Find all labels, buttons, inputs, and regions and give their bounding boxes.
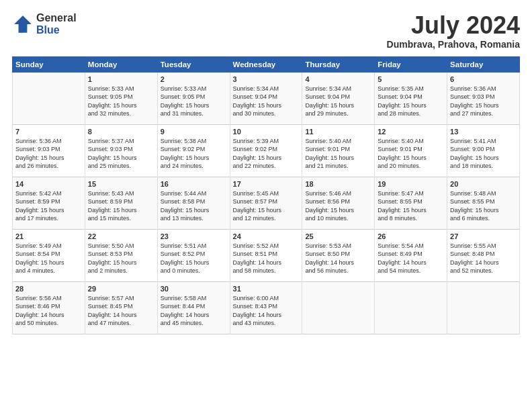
cell-w3-d1: 14Sunrise: 5:42 AM Sunset: 8:59 PM Dayli… <box>13 177 85 229</box>
cell-w5-d4: 31Sunrise: 6:00 AM Sunset: 8:43 PM Dayli… <box>230 281 302 334</box>
cell-w5-d5 <box>302 281 375 334</box>
header-row: Sunday Monday Tuesday Wednesday Thursday… <box>13 56 520 72</box>
cell-info: Sunrise: 5:35 AM Sunset: 9:04 PM Dayligh… <box>378 85 444 118</box>
day-number: 7 <box>15 128 82 136</box>
week-row-2: 7Sunrise: 5:36 AM Sunset: 9:03 PM Daylig… <box>13 124 520 177</box>
cell-w2-d6: 12Sunrise: 5:40 AM Sunset: 9:01 PM Dayli… <box>375 124 447 177</box>
cell-info: Sunrise: 5:42 AM Sunset: 8:59 PM Dayligh… <box>15 189 82 223</box>
cell-info: Sunrise: 5:34 AM Sunset: 9:04 PM Dayligh… <box>305 85 371 118</box>
cell-w1-d4: 3Sunrise: 5:34 AM Sunset: 9:04 PM Daylig… <box>230 72 302 124</box>
cell-info: Sunrise: 5:52 AM Sunset: 8:51 PM Dayligh… <box>233 242 300 275</box>
cell-w5-d2: 29Sunrise: 5:57 AM Sunset: 8:45 PM Dayli… <box>85 281 157 334</box>
day-number: 21 <box>15 232 82 240</box>
cell-w2-d2: 8Sunrise: 5:37 AM Sunset: 9:03 PM Daylig… <box>85 124 157 177</box>
cell-w4-d2: 22Sunrise: 5:50 AM Sunset: 8:53 PM Dayli… <box>85 229 157 281</box>
day-number: 8 <box>88 128 154 136</box>
cell-info: Sunrise: 5:58 AM Sunset: 8:44 PM Dayligh… <box>161 294 227 328</box>
day-number: 10 <box>233 128 300 136</box>
day-number: 11 <box>305 128 371 136</box>
location: Dumbrava, Prahova, Romania <box>387 39 520 50</box>
title-block: July 2024 Dumbrava, Prahova, Romania <box>387 12 520 50</box>
logo-text: General Blue <box>36 12 77 36</box>
cell-info: Sunrise: 5:55 AM Sunset: 8:48 PM Dayligh… <box>450 242 517 275</box>
logo: General Blue <box>12 12 77 36</box>
cell-info: Sunrise: 5:56 AM Sunset: 8:46 PM Dayligh… <box>15 294 82 328</box>
cell-w2-d7: 13Sunrise: 5:41 AM Sunset: 9:00 PM Dayli… <box>447 124 520 177</box>
month-year: July 2024 <box>387 12 520 39</box>
header-wednesday: Wednesday <box>230 56 302 72</box>
day-number: 2 <box>161 75 227 83</box>
day-number: 9 <box>161 128 227 136</box>
week-row-1: 1Sunrise: 5:33 AM Sunset: 9:05 PM Daylig… <box>13 72 520 124</box>
cell-w1-d7: 6Sunrise: 5:36 AM Sunset: 9:03 PM Daylig… <box>447 72 520 124</box>
calendar-header: Sunday Monday Tuesday Wednesday Thursday… <box>13 56 520 72</box>
cell-info: Sunrise: 5:41 AM Sunset: 9:00 PM Dayligh… <box>450 137 517 171</box>
day-number: 24 <box>233 232 300 240</box>
cell-info: Sunrise: 5:43 AM Sunset: 8:59 PM Dayligh… <box>88 189 154 223</box>
day-number: 18 <box>305 180 371 188</box>
cell-info: Sunrise: 5:40 AM Sunset: 9:01 PM Dayligh… <box>378 137 444 171</box>
cell-info: Sunrise: 5:37 AM Sunset: 9:03 PM Dayligh… <box>88 137 154 171</box>
cell-w5-d3: 30Sunrise: 5:58 AM Sunset: 8:44 PM Dayli… <box>157 281 230 334</box>
day-number: 30 <box>161 285 227 293</box>
cell-w5-d6 <box>375 281 447 334</box>
cell-w1-d3: 2Sunrise: 5:33 AM Sunset: 9:05 PM Daylig… <box>157 72 230 124</box>
cell-w3-d6: 19Sunrise: 5:47 AM Sunset: 8:55 PM Dayli… <box>375 177 447 229</box>
logo-general-text: General <box>36 12 77 24</box>
day-number: 23 <box>161 232 227 240</box>
cell-info: Sunrise: 5:48 AM Sunset: 8:55 PM Dayligh… <box>450 189 517 223</box>
header-tuesday: Tuesday <box>157 56 230 72</box>
cell-info: Sunrise: 5:46 AM Sunset: 8:56 PM Dayligh… <box>305 189 371 223</box>
cell-w3-d3: 16Sunrise: 5:44 AM Sunset: 8:58 PM Dayli… <box>157 177 230 229</box>
header: General Blue July 2024 Dumbrava, Prahova… <box>12 12 520 50</box>
day-number: 17 <box>233 180 300 188</box>
day-number: 16 <box>161 180 227 188</box>
cell-info: Sunrise: 5:33 AM Sunset: 9:05 PM Dayligh… <box>161 85 227 118</box>
header-saturday: Saturday <box>447 56 520 72</box>
day-number: 3 <box>233 75 300 83</box>
cell-info: Sunrise: 5:38 AM Sunset: 9:02 PM Dayligh… <box>161 137 227 171</box>
cell-info: Sunrise: 5:49 AM Sunset: 8:54 PM Dayligh… <box>15 242 82 275</box>
cell-w2-d1: 7Sunrise: 5:36 AM Sunset: 9:03 PM Daylig… <box>13 124 85 177</box>
cell-w4-d3: 23Sunrise: 5:51 AM Sunset: 8:52 PM Dayli… <box>157 229 230 281</box>
week-row-3: 14Sunrise: 5:42 AM Sunset: 8:59 PM Dayli… <box>13 177 520 229</box>
cell-info: Sunrise: 6:00 AM Sunset: 8:43 PM Dayligh… <box>233 294 300 328</box>
cell-w1-d5: 4Sunrise: 5:34 AM Sunset: 9:04 PM Daylig… <box>302 72 375 124</box>
cell-w1-d2: 1Sunrise: 5:33 AM Sunset: 9:05 PM Daylig… <box>85 72 157 124</box>
logo-icon <box>12 13 34 35</box>
day-number: 19 <box>378 180 444 188</box>
cell-info: Sunrise: 5:33 AM Sunset: 9:05 PM Dayligh… <box>88 85 154 118</box>
cell-w3-d7: 20Sunrise: 5:48 AM Sunset: 8:55 PM Dayli… <box>447 177 520 229</box>
header-monday: Monday <box>85 56 157 72</box>
cell-w2-d4: 10Sunrise: 5:39 AM Sunset: 9:02 PM Dayli… <box>230 124 302 177</box>
week-row-5: 28Sunrise: 5:56 AM Sunset: 8:46 PM Dayli… <box>13 281 520 334</box>
day-number: 26 <box>378 232 444 240</box>
cell-w1-d6: 5Sunrise: 5:35 AM Sunset: 9:04 PM Daylig… <box>375 72 447 124</box>
day-number: 28 <box>15 285 82 293</box>
calendar-body: 1Sunrise: 5:33 AM Sunset: 9:05 PM Daylig… <box>13 72 520 334</box>
day-number: 5 <box>378 75 444 83</box>
logo-blue-text: Blue <box>36 24 77 36</box>
cell-info: Sunrise: 5:39 AM Sunset: 9:02 PM Dayligh… <box>233 137 300 171</box>
cell-info: Sunrise: 5:45 AM Sunset: 8:57 PM Dayligh… <box>233 189 300 223</box>
cell-info: Sunrise: 5:36 AM Sunset: 9:03 PM Dayligh… <box>450 85 517 118</box>
svg-marker-1 <box>14 15 32 33</box>
day-number: 12 <box>378 128 444 136</box>
header-sunday: Sunday <box>13 56 85 72</box>
day-number: 31 <box>233 285 300 293</box>
cell-w4-d1: 21Sunrise: 5:49 AM Sunset: 8:54 PM Dayli… <box>13 229 85 281</box>
day-number: 29 <box>88 285 154 293</box>
cell-w4-d5: 25Sunrise: 5:53 AM Sunset: 8:50 PM Dayli… <box>302 229 375 281</box>
day-number: 22 <box>88 232 154 240</box>
cell-w5-d7 <box>447 281 520 334</box>
cell-info: Sunrise: 5:40 AM Sunset: 9:01 PM Dayligh… <box>305 137 371 171</box>
cell-info: Sunrise: 5:36 AM Sunset: 9:03 PM Dayligh… <box>15 137 82 171</box>
calendar-page: General Blue July 2024 Dumbrava, Prahova… <box>0 0 532 411</box>
header-friday: Friday <box>375 56 447 72</box>
day-number: 20 <box>450 180 517 188</box>
cell-w3-d5: 18Sunrise: 5:46 AM Sunset: 8:56 PM Dayli… <box>302 177 375 229</box>
day-number: 4 <box>305 75 371 83</box>
day-number: 1 <box>88 75 154 83</box>
week-row-4: 21Sunrise: 5:49 AM Sunset: 8:54 PM Dayli… <box>13 229 520 281</box>
cell-info: Sunrise: 5:53 AM Sunset: 8:50 PM Dayligh… <box>305 242 371 275</box>
